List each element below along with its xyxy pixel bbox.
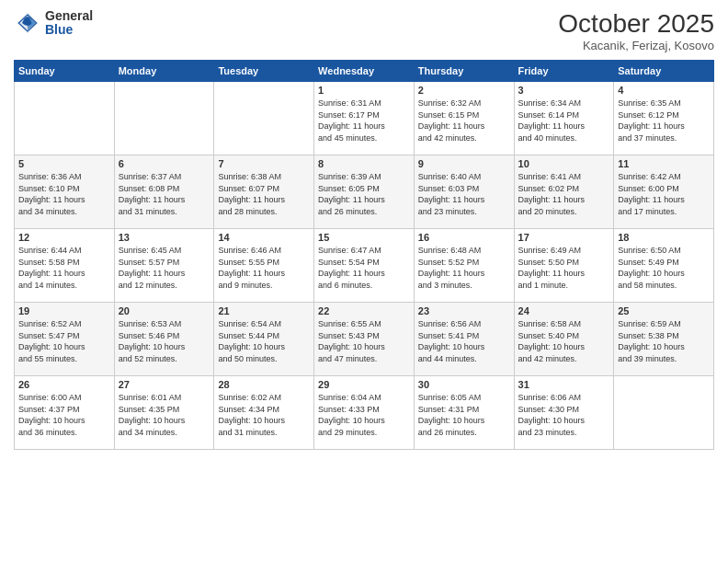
day-cell: 5Sunrise: 6:36 AM Sunset: 6:10 PM Daylig… [15, 155, 115, 229]
day-info: Sunrise: 6:32 AM Sunset: 6:15 PM Dayligh… [418, 98, 510, 144]
logo-icon [14, 9, 41, 37]
day-cell: 26Sunrise: 6:00 AM Sunset: 4:37 PM Dayli… [15, 376, 115, 450]
day-number: 19 [18, 305, 110, 316]
day-info: Sunrise: 6:44 AM Sunset: 5:58 PM Dayligh… [18, 245, 110, 291]
day-cell: 15Sunrise: 6:47 AM Sunset: 5:54 PM Dayli… [314, 229, 415, 303]
day-cell: 19Sunrise: 6:52 AM Sunset: 5:47 PM Dayli… [15, 303, 115, 376]
day-info: Sunrise: 6:40 AM Sunset: 6:03 PM Dayligh… [418, 171, 510, 217]
day-number: 8 [318, 158, 410, 169]
day-cell: 18Sunrise: 6:50 AM Sunset: 5:49 PM Dayli… [614, 229, 714, 303]
day-info: Sunrise: 6:48 AM Sunset: 5:52 PM Dayligh… [418, 245, 510, 291]
day-cell: 12Sunrise: 6:44 AM Sunset: 5:58 PM Dayli… [15, 229, 115, 303]
logo: General Blue [14, 9, 93, 38]
day-number: 5 [18, 158, 110, 169]
day-cell: 14Sunrise: 6:46 AM Sunset: 5:55 PM Dayli… [214, 229, 314, 303]
day-info: Sunrise: 6:39 AM Sunset: 6:05 PM Dayligh… [318, 171, 410, 217]
day-info: Sunrise: 6:06 AM Sunset: 4:30 PM Dayligh… [518, 392, 610, 438]
day-number: 27 [119, 379, 210, 390]
day-info: Sunrise: 6:42 AM Sunset: 6:00 PM Dayligh… [618, 171, 710, 217]
day-info: Sunrise: 6:38 AM Sunset: 6:07 PM Dayligh… [218, 171, 310, 217]
day-info: Sunrise: 6:52 AM Sunset: 5:47 PM Dayligh… [18, 318, 110, 364]
day-info: Sunrise: 6:49 AM Sunset: 5:50 PM Dayligh… [518, 245, 610, 291]
day-info: Sunrise: 6:54 AM Sunset: 5:44 PM Dayligh… [218, 318, 310, 364]
day-cell: 7Sunrise: 6:38 AM Sunset: 6:07 PM Daylig… [214, 155, 314, 229]
day-cell [614, 376, 714, 450]
day-number: 2 [418, 85, 510, 96]
day-cell: 16Sunrise: 6:48 AM Sunset: 5:52 PM Dayli… [414, 229, 514, 303]
logo-general-text: General [45, 9, 93, 23]
day-info: Sunrise: 6:00 AM Sunset: 4:37 PM Dayligh… [18, 392, 110, 438]
day-info: Sunrise: 6:46 AM Sunset: 5:55 PM Dayligh… [218, 245, 310, 291]
day-info: Sunrise: 6:58 AM Sunset: 5:40 PM Dayligh… [518, 318, 610, 364]
day-number: 3 [518, 85, 610, 96]
day-number: 21 [218, 305, 310, 316]
day-number: 6 [119, 158, 210, 169]
day-cell: 20Sunrise: 6:53 AM Sunset: 5:46 PM Dayli… [114, 303, 214, 376]
day-number: 1 [318, 85, 410, 96]
day-info: Sunrise: 6:55 AM Sunset: 5:43 PM Dayligh… [318, 318, 410, 364]
day-number: 28 [218, 379, 310, 390]
week-row-1: 5Sunrise: 6:36 AM Sunset: 6:10 PM Daylig… [15, 155, 714, 229]
week-row-0: 1Sunrise: 6:31 AM Sunset: 6:17 PM Daylig… [15, 82, 714, 155]
day-cell: 24Sunrise: 6:58 AM Sunset: 5:40 PM Dayli… [514, 303, 614, 376]
day-number: 29 [318, 379, 410, 390]
day-number: 12 [18, 232, 110, 243]
col-thursday: Thursday [414, 61, 514, 82]
col-tuesday: Tuesday [214, 61, 314, 82]
logo-blue-text: Blue [45, 23, 93, 37]
day-info: Sunrise: 6:50 AM Sunset: 5:49 PM Dayligh… [618, 245, 710, 291]
day-cell: 10Sunrise: 6:41 AM Sunset: 6:02 PM Dayli… [514, 155, 614, 229]
day-cell: 3Sunrise: 6:34 AM Sunset: 6:14 PM Daylig… [514, 82, 614, 155]
day-cell: 28Sunrise: 6:02 AM Sunset: 4:34 PM Dayli… [214, 376, 314, 450]
day-info: Sunrise: 6:31 AM Sunset: 6:17 PM Dayligh… [318, 98, 410, 144]
day-info: Sunrise: 6:34 AM Sunset: 6:14 PM Dayligh… [518, 98, 610, 144]
day-number: 13 [119, 232, 210, 243]
day-info: Sunrise: 6:56 AM Sunset: 5:41 PM Dayligh… [418, 318, 510, 364]
day-info: Sunrise: 6:04 AM Sunset: 4:33 PM Dayligh… [318, 392, 410, 438]
day-number: 9 [418, 158, 510, 169]
day-cell: 23Sunrise: 6:56 AM Sunset: 5:41 PM Dayli… [414, 303, 514, 376]
location: Kacanik, Ferizaj, Kosovo [558, 39, 714, 52]
day-info: Sunrise: 6:41 AM Sunset: 6:02 PM Dayligh… [518, 171, 610, 217]
day-number: 30 [418, 379, 510, 390]
day-info: Sunrise: 6:47 AM Sunset: 5:54 PM Dayligh… [318, 245, 410, 291]
day-info: Sunrise: 6:01 AM Sunset: 4:35 PM Dayligh… [119, 392, 210, 438]
day-number: 20 [119, 305, 210, 316]
col-saturday: Saturday [614, 61, 714, 82]
day-cell: 29Sunrise: 6:04 AM Sunset: 4:33 PM Dayli… [314, 376, 415, 450]
calendar-header-row: Sunday Monday Tuesday Wednesday Thursday… [15, 61, 714, 82]
day-cell [214, 82, 314, 155]
week-row-3: 19Sunrise: 6:52 AM Sunset: 5:47 PM Dayli… [15, 303, 714, 376]
day-info: Sunrise: 6:45 AM Sunset: 5:57 PM Dayligh… [119, 245, 210, 291]
col-wednesday: Wednesday [314, 61, 415, 82]
day-cell: 9Sunrise: 6:40 AM Sunset: 6:03 PM Daylig… [414, 155, 514, 229]
day-info: Sunrise: 6:53 AM Sunset: 5:46 PM Dayligh… [119, 318, 210, 364]
day-cell: 4Sunrise: 6:35 AM Sunset: 6:12 PM Daylig… [614, 82, 714, 155]
day-cell: 25Sunrise: 6:59 AM Sunset: 5:38 PM Dayli… [614, 303, 714, 376]
day-number: 22 [318, 305, 410, 316]
month-title: October 2025 [558, 9, 714, 39]
logo-text: General Blue [45, 9, 93, 38]
day-number: 7 [218, 158, 310, 169]
week-row-2: 12Sunrise: 6:44 AM Sunset: 5:58 PM Dayli… [15, 229, 714, 303]
day-number: 23 [418, 305, 510, 316]
day-cell [114, 82, 214, 155]
day-number: 10 [518, 158, 610, 169]
day-number: 14 [218, 232, 310, 243]
day-number: 17 [518, 232, 610, 243]
day-cell: 27Sunrise: 6:01 AM Sunset: 4:35 PM Dayli… [114, 376, 214, 450]
day-info: Sunrise: 6:35 AM Sunset: 6:12 PM Dayligh… [618, 98, 710, 144]
header: General Blue October 2025 Kacanik, Feriz… [14, 9, 714, 52]
day-info: Sunrise: 6:37 AM Sunset: 6:08 PM Dayligh… [119, 171, 210, 217]
day-number: 16 [418, 232, 510, 243]
calendar: Sunday Monday Tuesday Wednesday Thursday… [14, 60, 714, 450]
col-monday: Monday [114, 61, 214, 82]
day-number: 24 [518, 305, 610, 316]
day-cell: 8Sunrise: 6:39 AM Sunset: 6:05 PM Daylig… [314, 155, 415, 229]
day-cell: 6Sunrise: 6:37 AM Sunset: 6:08 PM Daylig… [114, 155, 214, 229]
day-cell: 17Sunrise: 6:49 AM Sunset: 5:50 PM Dayli… [514, 229, 614, 303]
day-info: Sunrise: 6:05 AM Sunset: 4:31 PM Dayligh… [418, 392, 510, 438]
page: General Blue October 2025 Kacanik, Feriz… [0, 0, 728, 563]
col-friday: Friday [514, 61, 614, 82]
day-cell: 31Sunrise: 6:06 AM Sunset: 4:30 PM Dayli… [514, 376, 614, 450]
